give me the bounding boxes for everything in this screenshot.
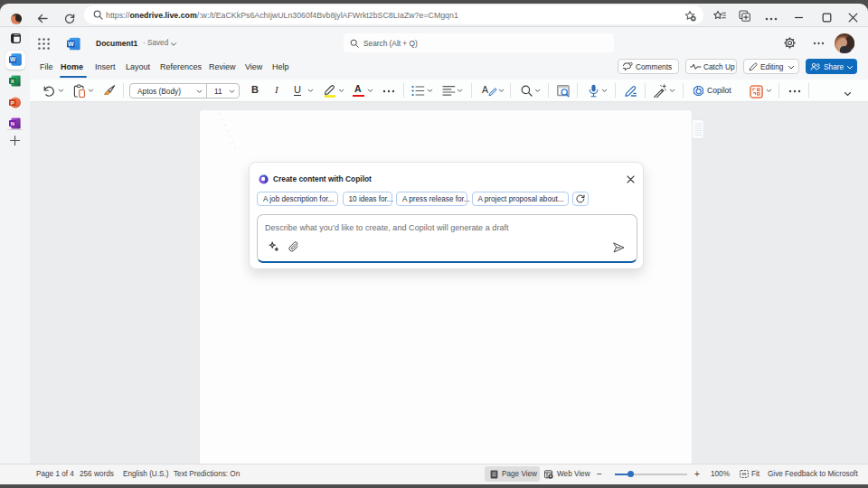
svg-text:W: W — [68, 41, 74, 47]
svg-text:N: N — [11, 121, 14, 127]
